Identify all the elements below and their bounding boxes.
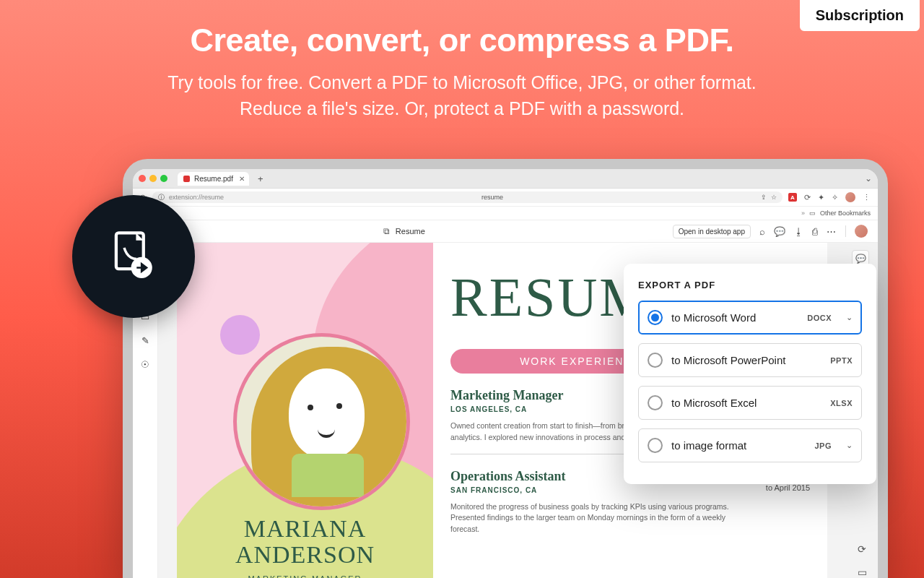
browser-tabbar: Resume.pdf ✕ + ⌄	[133, 169, 878, 189]
open-desktop-button[interactable]: Open in desktop app	[673, 225, 751, 238]
export-option-excel[interactable]: to Microsoft Excel XLSX	[638, 386, 862, 420]
promo-stage: Subscription Create, convert, or compres…	[0, 0, 924, 578]
right-tool-rail: ⟳ ▭ ⊕ ⊖	[853, 543, 871, 578]
export-option-ext: JPG	[814, 441, 832, 450]
radio-icon	[648, 310, 663, 325]
user-avatar-icon[interactable]	[855, 225, 868, 238]
tab-overflow-icon[interactable]: ⌄	[865, 173, 872, 184]
radio-icon	[648, 438, 663, 453]
maximize-window-icon[interactable]	[160, 175, 167, 182]
url-display: resume	[481, 194, 503, 201]
folder-icon: ▭	[809, 210, 816, 217]
document-name: Resume	[396, 227, 425, 236]
export-option-ext: PPTX	[830, 356, 853, 365]
feature-export-pdf-icon	[72, 195, 195, 318]
hero: Create, convert, or compress a PDF. Try …	[0, 22, 924, 122]
comment-icon[interactable]: 💬	[774, 226, 785, 237]
export-heading: EXPORT A PDF	[638, 280, 862, 290]
other-bookmarks[interactable]: Other Bookmarks	[820, 210, 871, 217]
puzzle-icon[interactable]: ✦	[818, 193, 824, 202]
print-icon[interactable]: ⎙	[812, 226, 818, 237]
hero-line1: Try tools for free. Convert a PDF to Mic…	[167, 72, 757, 92]
resume-art-panel: MARIANA ANDERSON MARKETING MANAGER	[177, 243, 433, 578]
chevron-down-icon[interactable]: ⌄	[846, 441, 853, 450]
export-option-label: to Microsoft Word	[671, 311, 798, 324]
export-option-image[interactable]: to image format JPG ⌄	[638, 428, 862, 462]
bookmarks-bar: » ▭ Other Bookmarks	[133, 207, 878, 220]
export-option-label: to Microsoft Excel	[671, 397, 821, 409]
bookmark-plus-icon[interactable]: ✧	[832, 193, 838, 202]
resume-name-first: MARIANA	[177, 516, 433, 542]
bookmarks-overflow-icon[interactable]: »	[801, 210, 805, 217]
export-option-powerpoint[interactable]: to Microsoft PowerPoint PPTX	[638, 343, 862, 377]
portrait-illustration	[233, 333, 410, 510]
job-location: LOS ANGELES, CA	[450, 405, 563, 413]
erase-tool-icon[interactable]: ☉	[141, 359, 149, 370]
draw-tool-icon[interactable]: ✎	[141, 335, 149, 346]
copy-icon[interactable]: ⧉	[383, 226, 390, 236]
pdf-favicon-icon	[183, 176, 190, 182]
profile-avatar-icon[interactable]	[845, 192, 855, 202]
hero-title: Create, convert, or compress a PDF.	[0, 22, 924, 59]
export-option-label: to image format	[671, 439, 806, 452]
tab-close-icon[interactable]: ✕	[239, 175, 245, 183]
more-menu-icon[interactable]: ⋯	[827, 226, 837, 237]
export-option-label: to Microsoft PowerPoint	[671, 354, 821, 366]
search-icon[interactable]: ⌕	[759, 226, 765, 237]
url-prefix: extension://resume	[169, 194, 224, 201]
radio-icon	[648, 395, 663, 410]
download-icon[interactable]: ⭳	[794, 226, 803, 237]
browser-tab[interactable]: Resume.pdf ✕	[178, 172, 249, 186]
hero-line2: Reduce a file's size. Or, protect a PDF …	[240, 98, 684, 118]
adobe-extension-icon[interactable]: A	[788, 193, 797, 202]
job-title: Marketing Manager	[450, 388, 563, 403]
export-option-word[interactable]: to Microsoft Word DOCX ⌄	[638, 301, 862, 335]
job-location: SAN FRANCISCO, CA	[450, 486, 566, 494]
viewer-toolbar: ⧉ Resume Open in desktop app ⌕ 💬 ⭳ ⎙ ⋯	[133, 220, 878, 243]
tab-title: Resume.pdf	[194, 175, 233, 183]
kebab-menu-icon[interactable]: ⋮	[863, 193, 871, 202]
extensions-icon[interactable]: ⟳	[804, 193, 811, 202]
resume-name-last: ANDERSON	[177, 542, 433, 568]
toolbar-right: A ⟳ ✦ ✧ ⋮	[788, 192, 871, 202]
job-title: Operations Assistant	[450, 469, 566, 484]
star-icon[interactable]: ☆	[771, 194, 777, 201]
radio-icon	[648, 353, 663, 368]
hero-subtitle: Try tools for free. Convert a PDF to Mic…	[137, 69, 787, 122]
browser-urlbar: ⟳ ⓘ extension://resume resume ⇪ ☆ A ⟳ ✦ …	[133, 189, 878, 207]
close-window-icon[interactable]	[139, 175, 146, 182]
new-tab-button[interactable]: +	[253, 173, 268, 184]
page-icon[interactable]: ▭	[858, 566, 867, 578]
minimize-window-icon[interactable]	[149, 175, 157, 182]
chevron-down-icon[interactable]: ⌄	[846, 313, 853, 322]
job-description: Monitored the progress of business goals…	[450, 501, 754, 535]
window-controls	[139, 175, 167, 182]
resume-role: MARKETING MANAGER	[177, 574, 433, 578]
rotate-icon[interactable]: ⟳	[858, 543, 866, 555]
export-option-ext: XLSX	[830, 399, 853, 407]
export-pdf-panel: EXPORT A PDF to Microsoft Word DOCX ⌄ to…	[624, 264, 876, 484]
share-icon[interactable]: ⇪	[761, 194, 767, 201]
export-option-ext: DOCX	[807, 314, 832, 322]
address-field[interactable]: ⓘ extension://resume resume ⇪ ☆	[152, 191, 783, 203]
